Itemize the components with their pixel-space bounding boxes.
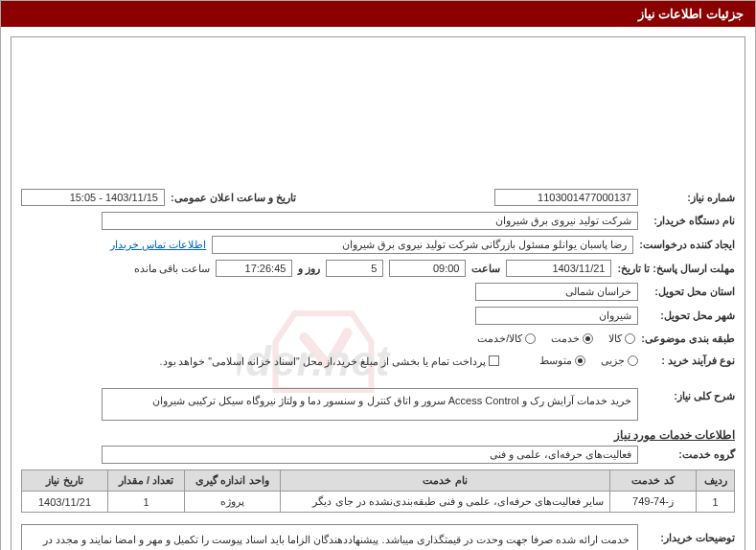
pay-note: پرداخت تمام یا بخشی از مبلغ خرید،از محل …: [160, 355, 486, 367]
province-label: استان محل تحویل:: [644, 284, 735, 300]
creator-label: ایجاد کننده درخواست:: [639, 237, 735, 253]
th-row: ردیف: [697, 470, 735, 492]
group-label: گروه خدمت:: [644, 447, 735, 463]
buyer-contact-link[interactable]: اطلاعات تماس خریدار: [110, 239, 206, 251]
cell-qty: 1: [108, 492, 185, 513]
radio-icon: [628, 355, 638, 366]
cell-row: 1: [697, 492, 735, 513]
row-org: نام دستگاه خریدار: شرکت تولید نیروی برق …: [21, 212, 735, 230]
th-unit: واحد اندازه گیری: [185, 470, 281, 492]
section-title-services: اطلاعات خدمات مورد نیاز: [21, 428, 735, 442]
radio-both[interactable]: کالا/خدمت: [477, 332, 536, 345]
city-value: شیروان: [475, 307, 638, 325]
radio-minor-label: جزیی: [601, 355, 625, 367]
org-value: شرکت تولید نیروی برق شیروان: [102, 212, 638, 230]
days-value: 5: [326, 260, 383, 277]
province-value: خراسان شمالی: [475, 283, 638, 301]
deadline-time-value: 09:00: [389, 260, 466, 277]
main-container: جزئیات اطلاعات نیاز AriaTender.net شماره…: [0, 0, 756, 550]
th-date: تاریخ نیاز: [22, 470, 108, 492]
row-category: طبقه بندی موضوعی: کالا خدمت کالا/خدمت: [21, 331, 735, 347]
checkbox-treasury[interactable]: پرداخت تمام یا بخشی از مبلغ خرید،از محل …: [160, 355, 499, 367]
deadline-label: مهلت ارسال پاسخ: تا تاریخ:: [617, 261, 735, 277]
row-summary: شرح کلی نیاز: خرید خدمات آرایش رک و Acce…: [21, 388, 735, 421]
radio-medium[interactable]: متوسط: [539, 355, 585, 367]
radio-goods-label: کالا: [608, 332, 622, 345]
time-label: ساعت: [471, 261, 500, 277]
need-no-value: 1103001477000137: [494, 189, 638, 206]
table-row: 1 ز-74-749 سایر فعالیت‌های حرفه‌ای، علمی…: [22, 492, 735, 513]
radio-both-label: کالا/خدمت: [477, 332, 522, 345]
radio-icon: [583, 333, 593, 344]
need-no-label: شماره نیاز:: [644, 190, 735, 206]
group-value: فعالیت‌های حرفه‌ای، علمی و فنی: [102, 446, 638, 464]
services-table: ردیف کد خدمت نام خدمت واحد اندازه گیری ت…: [21, 470, 735, 513]
desc-value: خدمت ارائه شده صرفا جهت وحدت در قیمتگذار…: [21, 524, 638, 550]
checkbox-icon: [489, 355, 499, 366]
cell-unit: پروژه: [185, 492, 281, 513]
row-proc-type: نوع فرآیند خرید : جزیی متوسط پرداخت تمام…: [21, 353, 735, 369]
radio-icon: [575, 355, 585, 366]
announce-label: تاریخ و ساعت اعلان عمومی:: [171, 190, 296, 206]
remain-label: ساعت باقی مانده: [134, 263, 211, 274]
creator-value: رضا پاسبان یوانلو مسئول بازرگانی شرکت تو…: [212, 236, 633, 254]
remain-time-value: 17:26:45: [216, 260, 292, 277]
row-need-no: شماره نیاز: 1103001477000137 تاریخ و ساع…: [21, 189, 735, 206]
content-wrap: AriaTender.net شماره نیاز: 1103001477000…: [1, 27, 755, 550]
panel-header: جزئیات اطلاعات نیاز: [1, 1, 755, 27]
radio-minor[interactable]: جزیی: [601, 355, 638, 367]
radio-icon: [625, 333, 635, 344]
header-title: جزئیات اطلاعات نیاز: [638, 7, 744, 21]
org-label: نام دستگاه خریدار:: [644, 213, 735, 229]
days-label: روز و: [298, 261, 320, 277]
row-buyer-desc: توضیحات خریدار: خدمت ارائه شده صرفا جهت …: [21, 518, 735, 550]
th-name: نام خدمت: [281, 470, 610, 492]
radio-medium-label: متوسط: [539, 355, 572, 367]
row-service-group: گروه خدمت: فعالیت‌های حرفه‌ای، علمی و فن…: [21, 446, 735, 464]
category-label: طبقه بندی موضوعی:: [641, 331, 735, 347]
cell-name: سایر فعالیت‌های حرفه‌ای، علمی و فنی طبقه…: [281, 492, 610, 513]
cell-date: 1403/11/21: [22, 492, 108, 513]
city-label: شهر محل تحویل:: [644, 308, 735, 324]
deadline-date-value: 1403/11/21: [506, 260, 611, 277]
th-code: کد خدمت: [610, 470, 697, 492]
desc-label: توضیحات خریدار:: [644, 518, 735, 546]
row-creator: ایجاد کننده درخواست: رضا پاسبان یوانلو م…: [21, 236, 735, 254]
th-qty: تعداد / مقدار: [108, 470, 185, 492]
row-province: استان محل تحویل: خراسان شمالی: [21, 283, 735, 301]
radio-service[interactable]: خدمت: [551, 332, 593, 345]
summary-value: خرید خدمات آرایش رک و Access Control سرو…: [102, 388, 638, 421]
table-header-row: ردیف کد خدمت نام خدمت واحد اندازه گیری ت…: [22, 470, 735, 492]
announce-value: 1403/11/15 - 15:05: [21, 189, 165, 206]
summary-label: شرح کلی نیاز:: [644, 388, 735, 404]
row-city: شهر محل تحویل: شیروان: [21, 307, 735, 325]
radio-service-label: خدمت: [551, 332, 580, 345]
radio-goods[interactable]: کالا: [608, 332, 635, 345]
cell-code: ز-74-749: [610, 492, 697, 513]
details-panel: AriaTender.net شماره نیاز: 1103001477000…: [11, 36, 745, 550]
row-deadline: مهلت ارسال پاسخ: تا تاریخ: 1403/11/21 سا…: [21, 260, 735, 277]
radio-icon: [525, 333, 536, 344]
proc-type-label: نوع فرآیند خرید :: [644, 353, 735, 369]
